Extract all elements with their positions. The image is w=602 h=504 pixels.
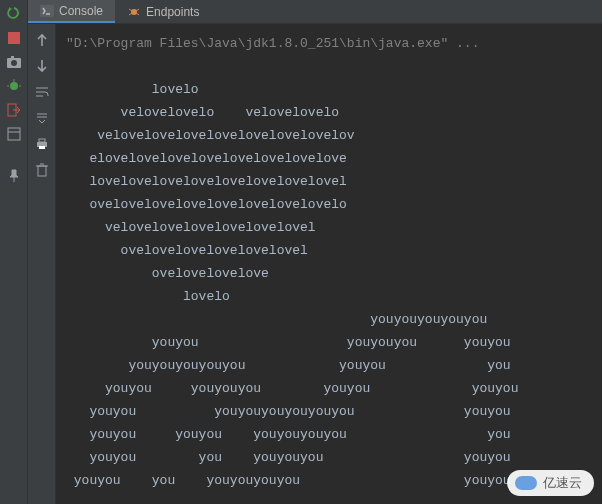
spider-icon xyxy=(127,5,141,19)
console-line: ovelovelovelovelovelovel xyxy=(66,243,308,258)
svg-line-15 xyxy=(136,9,139,11)
console-line: velovelovelovelovelovelovel xyxy=(66,220,316,235)
svg-rect-0 xyxy=(8,32,20,44)
scroll-to-end-icon[interactable] xyxy=(34,110,50,126)
svg-rect-3 xyxy=(11,56,14,59)
svg-rect-9 xyxy=(8,128,20,140)
layout-icon[interactable] xyxy=(6,126,22,142)
up-icon[interactable] xyxy=(34,32,50,48)
trash-icon[interactable] xyxy=(34,162,50,178)
console-line: youyou you youyouyouyou youyou xyxy=(66,473,511,488)
pin-icon[interactable] xyxy=(6,168,22,184)
svg-rect-11 xyxy=(40,5,54,17)
tab-console[interactable]: Console xyxy=(28,0,115,23)
console-line: lovelovelovelovelovelovelovelovel xyxy=(66,174,347,189)
svg-line-13 xyxy=(129,9,132,11)
console-line: lovelo xyxy=(66,82,199,97)
tool-window-gutter xyxy=(0,0,28,504)
console-line: youyou youyouyou youyou youyou xyxy=(66,381,518,396)
terminal-icon xyxy=(40,5,54,17)
console-toolbar xyxy=(28,24,56,504)
svg-rect-19 xyxy=(39,146,45,149)
soft-wrap-icon[interactable] xyxy=(34,84,50,100)
console-output[interactable]: "D:\Program Files\Java\jdk1.8.0_251\bin\… xyxy=(56,24,602,504)
console-line: lovelo xyxy=(66,289,230,304)
svg-line-14 xyxy=(129,13,132,15)
watermark-badge: 亿速云 xyxy=(507,470,594,496)
console-line: youyou you youyouyou youyou xyxy=(66,450,511,465)
command-line: "D:\Program Files\Java\jdk1.8.0_251\bin\… xyxy=(66,36,479,51)
console-line: youyou youyou youyouyouyou you xyxy=(66,427,511,442)
camera-icon[interactable] xyxy=(6,54,22,70)
console-line: velovelovelo velovelovelo xyxy=(66,105,339,120)
exit-icon[interactable] xyxy=(6,102,22,118)
svg-point-2 xyxy=(11,60,17,66)
svg-line-16 xyxy=(136,13,139,15)
console-line: ovelovelovelovelovelovelovelovelo xyxy=(66,197,347,212)
tab-endpoints[interactable]: Endpoints xyxy=(115,0,211,23)
svg-rect-20 xyxy=(38,166,46,176)
console-line: ovelovelovelove xyxy=(66,266,269,281)
bug-icon[interactable] xyxy=(6,78,22,94)
tabs-bar: Console Endpoints xyxy=(28,0,602,24)
stop-icon[interactable] xyxy=(6,30,22,46)
rerun-icon[interactable] xyxy=(6,6,22,22)
console-line: elovelovelovelovelovelovelovelove xyxy=(66,151,347,166)
cloud-icon xyxy=(515,476,537,490)
svg-point-12 xyxy=(131,9,137,15)
console-line: velovelovelovelovelovelovelovelov xyxy=(66,128,355,143)
console-line: youyouyouyouyou xyxy=(66,312,487,327)
down-icon[interactable] xyxy=(34,58,50,74)
tab-endpoints-label: Endpoints xyxy=(146,5,199,19)
console-line: youyou youyouyouyouyouyou youyou xyxy=(66,404,511,419)
print-icon[interactable] xyxy=(34,136,50,152)
tab-console-label: Console xyxy=(59,4,103,18)
console-line: youyouyouyouyou youyou you xyxy=(66,358,511,373)
watermark-text: 亿速云 xyxy=(543,474,582,492)
svg-rect-18 xyxy=(39,139,45,142)
svg-point-4 xyxy=(10,82,18,90)
console-line: youyou youyouyou youyou xyxy=(66,335,511,350)
